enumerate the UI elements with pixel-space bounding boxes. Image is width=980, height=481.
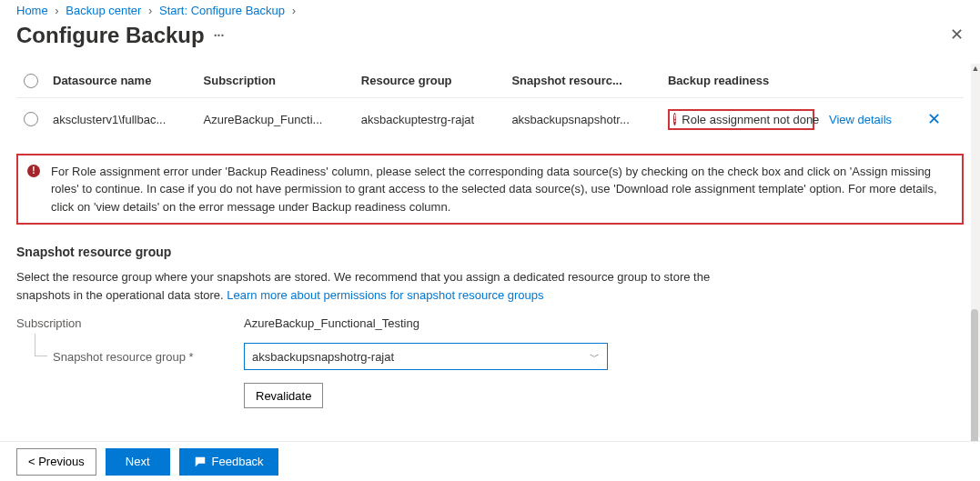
main-content: Datasource name Subscription Resource gr… <box>0 64 980 437</box>
breadcrumb-backup-center[interactable]: Backup center <box>66 4 141 17</box>
previous-button[interactable]: < Previous <box>16 448 96 476</box>
row-checkbox[interactable] <box>24 112 38 126</box>
col-snapshot-rg: Snapshot resourc... <box>504 64 661 97</box>
subscription-value: AzureBackup_Functional_Testing <box>244 316 419 330</box>
chevron-right-icon: › <box>148 4 152 17</box>
breadcrumb-start-configure[interactable]: Start: Configure Backup <box>159 4 285 17</box>
next-button[interactable]: Next <box>106 448 170 476</box>
scrollbar[interactable]: ▲ ▼ <box>971 64 980 437</box>
snapshot-section-title: Snapshot resource group <box>16 245 964 259</box>
readiness-status: ! Role assignment not done <box>668 109 814 130</box>
info-box-text: For Role assignment error under 'Backup … <box>51 163 953 216</box>
col-backup-readiness: Backup readiness <box>661 64 822 97</box>
cell-snapshot-rg: aksbackupsnapshotr... <box>504 97 661 141</box>
chevron-right-icon: › <box>292 4 296 17</box>
error-icon: ! <box>27 165 40 177</box>
learn-more-link[interactable]: Learn more about permissions for snapsho… <box>227 288 543 302</box>
footer: < Previous Next Feedback <box>0 441 980 481</box>
col-datasource: Datasource name <box>45 64 197 97</box>
datasource-table: Datasource name Subscription Resource gr… <box>16 64 964 141</box>
error-icon: ! <box>673 113 676 125</box>
chevron-down-icon: ﹀ <box>590 350 600 364</box>
close-icon[interactable]: ✕ <box>950 25 964 45</box>
cell-resource-group: aksbackuptestrg-rajat <box>354 97 505 141</box>
chevron-right-icon: › <box>55 4 58 17</box>
snapshot-section-desc: Select the resource group where your sna… <box>16 268 726 304</box>
page-title: Configure Backup ··· <box>16 23 224 48</box>
more-icon[interactable]: ··· <box>214 28 225 43</box>
scrollbar-thumb[interactable] <box>971 309 978 455</box>
feedback-icon <box>194 456 207 468</box>
remove-row-icon[interactable]: ✕ <box>920 110 948 128</box>
subscription-label: Subscription <box>16 316 244 330</box>
revalidate-button[interactable]: Revalidate <box>244 383 323 408</box>
scroll-up-icon[interactable]: ▲ <box>972 64 980 73</box>
col-resource-group: Resource group <box>354 64 505 97</box>
breadcrumb-home[interactable]: Home <box>16 4 48 17</box>
select-all-checkbox[interactable] <box>24 74 38 88</box>
cell-subscription: AzureBackup_Functi... <box>197 97 354 141</box>
breadcrumb: Home › Backup center › Start: Configure … <box>0 0 980 17</box>
col-subscription: Subscription <box>197 64 354 97</box>
table-row: aksclusterv1\fullbac... AzureBackup_Func… <box>16 97 964 141</box>
cell-datasource: aksclusterv1\fullbac... <box>45 97 197 141</box>
feedback-button[interactable]: Feedback <box>179 448 278 476</box>
info-box: ! For Role assignment error under 'Backu… <box>16 154 964 225</box>
snapshot-rg-label: Snapshot resource group * <box>16 350 244 364</box>
view-details-link[interactable]: View details <box>829 113 892 126</box>
snapshot-rg-select[interactable]: aksbackupsnapshotrg-rajat ﹀ <box>244 343 608 370</box>
